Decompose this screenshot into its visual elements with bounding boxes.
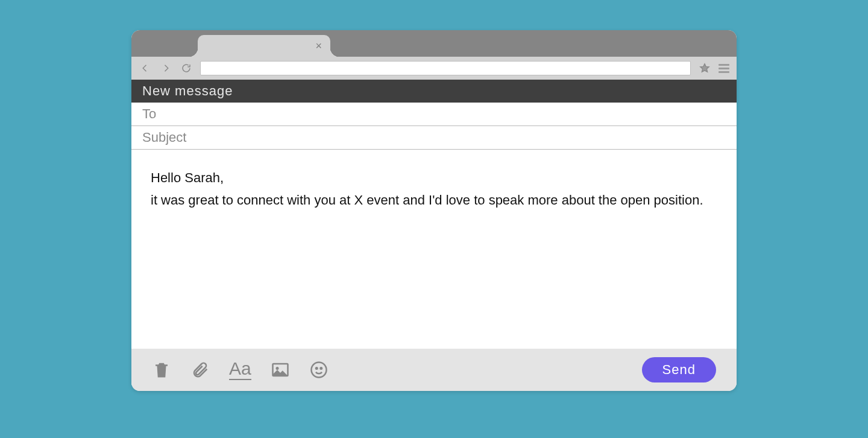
compose-title: New message	[131, 80, 737, 103]
browser-tabstrip: ×	[131, 30, 737, 57]
subject-field[interactable]: Subject	[131, 126, 737, 150]
browser-toolbar	[131, 57, 737, 80]
svg-point-3	[316, 367, 318, 369]
attachment-icon[interactable]	[190, 360, 210, 379]
emoji-icon[interactable]	[309, 360, 329, 379]
browser-window: × New message To Subject Hello Sarah, it…	[131, 30, 737, 391]
back-icon[interactable]	[139, 62, 152, 75]
forward-icon[interactable]	[159, 62, 172, 75]
to-field[interactable]: To	[131, 103, 737, 126]
close-tab-icon[interactable]: ×	[315, 40, 322, 51]
insert-image-icon[interactable]	[271, 360, 290, 379]
send-button[interactable]: Send	[642, 357, 716, 382]
svg-point-2	[311, 363, 326, 378]
reload-icon[interactable]	[180, 62, 193, 75]
svg-point-4	[320, 367, 322, 369]
trash-icon[interactable]	[152, 360, 171, 379]
hamburger-menu-icon[interactable]	[719, 64, 729, 73]
browser-tab[interactable]: ×	[198, 35, 330, 57]
text-format-icon[interactable]: Aa	[229, 360, 251, 380]
svg-point-1	[275, 367, 278, 370]
bookmark-star-icon[interactable]	[698, 62, 711, 75]
address-bar[interactable]	[200, 61, 691, 75]
compose-body[interactable]: Hello Sarah, it was great to connect wit…	[131, 150, 737, 349]
compose-toolbar: Aa Send	[131, 349, 737, 391]
